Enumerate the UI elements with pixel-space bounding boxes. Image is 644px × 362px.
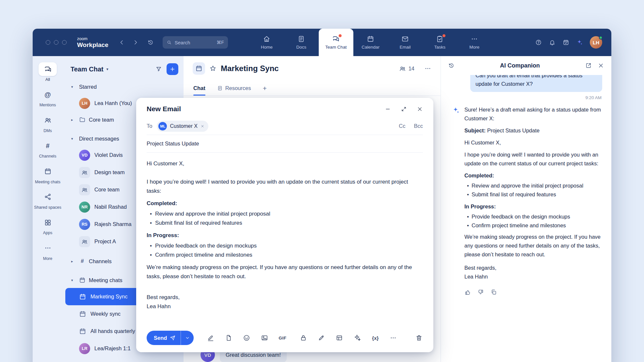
gif-button[interactable]: GIF	[279, 334, 286, 342]
rail-item-all[interactable]: All	[33, 59, 63, 85]
ai-compose-button[interactable]	[353, 334, 361, 342]
ai-response-text: Sure! Here’s a draft email asking for a …	[464, 105, 602, 284]
section-starred[interactable]: ▾ Starred	[65, 79, 181, 95]
body-intro: I hope you’re doing well! I wanted to pr…	[147, 177, 423, 196]
close-button[interactable]	[417, 106, 423, 112]
rail-item-shared-spaces[interactable]: Shared spaces	[33, 187, 63, 213]
nav-more[interactable]: More	[457, 29, 492, 56]
user-avatar[interactable]: LH	[590, 36, 602, 49]
bcc-button[interactable]: Bcc	[414, 123, 423, 129]
docs-icon	[298, 35, 305, 43]
rail-label: More	[43, 256, 52, 261]
at-icon: @	[39, 88, 57, 101]
nav-team-chat[interactable]: Team Chat	[319, 29, 353, 56]
calendar-icon	[367, 35, 374, 43]
rail-label: Mentions	[40, 103, 56, 107]
ai-companion-button[interactable]	[574, 37, 585, 48]
body-signature: Lea Hahn	[147, 302, 423, 311]
schedule-button[interactable]	[560, 37, 572, 48]
clock-history-icon	[147, 39, 154, 46]
filter-button[interactable]	[155, 66, 162, 72]
more-options-button[interactable]	[389, 334, 397, 342]
expand-button[interactable]	[401, 106, 407, 112]
ai-completed-heading: Completed:	[464, 171, 602, 180]
thumbs-down-button[interactable]	[477, 289, 484, 295]
add-tab-button[interactable]: +	[263, 84, 267, 92]
send-options-button[interactable]	[181, 331, 194, 345]
zoom-workplace-logo: zoom Workplace	[77, 37, 108, 48]
group-icon	[79, 167, 90, 178]
main-navigation: Home Docs Team Chat Calendar Email	[250, 29, 492, 56]
rail-item-more[interactable]: More	[33, 238, 63, 264]
conversation-history-button[interactable]	[448, 62, 455, 69]
remove-recipient-button[interactable]	[201, 124, 204, 128]
nav-label: More	[469, 45, 479, 50]
rail-item-channels[interactable]: # Channels	[33, 136, 63, 161]
nav-docs[interactable]: Docs	[284, 29, 319, 56]
back-button[interactable]	[116, 37, 127, 48]
emoji-button[interactable]	[243, 334, 250, 342]
open-in-new-button[interactable]	[585, 62, 592, 69]
chat-list-header: Team Chat ▾	[65, 56, 181, 79]
thumbs-up-button[interactable]	[464, 289, 471, 295]
ai-bullet: •Confirm project timeline and milestones	[464, 221, 602, 230]
avatar: LH	[79, 98, 90, 109]
bell-icon	[549, 39, 555, 46]
rail-label: Shared spaces	[34, 205, 61, 210]
nav-email[interactable]: Email	[388, 29, 423, 56]
cc-button[interactable]: Cc	[399, 123, 405, 129]
notifications-button[interactable]	[547, 37, 558, 48]
window-close-button[interactable]	[46, 40, 50, 45]
ai-bullet: •Submit final list of required features	[464, 190, 602, 199]
variables-button[interactable]: {x}	[371, 334, 379, 342]
chat-list-title-dropdown[interactable]: Team Chat ▾	[71, 66, 108, 73]
rail-item-dms[interactable]: DMs	[33, 111, 63, 136]
calendar-icon	[79, 328, 86, 335]
nav-tasks[interactable]: Tasks	[423, 29, 457, 56]
template-button[interactable]	[225, 334, 233, 342]
subject-field[interactable]: Project Status Update	[147, 135, 423, 153]
apps-grid-icon	[39, 216, 57, 229]
encrypt-button[interactable]	[299, 334, 307, 342]
discard-draft-button[interactable]	[415, 334, 423, 342]
recipient-chip[interactable]: ML Customer X	[157, 121, 208, 132]
history-button[interactable]	[145, 37, 156, 48]
search-input[interactable]: Search ⌘F	[163, 36, 228, 49]
calendar-check-icon	[563, 39, 569, 46]
body-bullet: •Provide feedback on the design mockups	[147, 241, 423, 250]
new-chat-button[interactable]	[167, 63, 178, 75]
chevron-down-icon: ▾	[71, 137, 76, 141]
nav-calendar[interactable]: Calendar	[353, 29, 388, 56]
hash-icon: #	[79, 258, 86, 264]
rail-item-meeting-chats[interactable]: Meeting chats	[33, 162, 63, 187]
rail-item-apps[interactable]: Apps	[33, 213, 63, 238]
send-button[interactable]: Send	[147, 331, 181, 345]
window-zoom-button[interactable]	[62, 40, 67, 45]
copy-button[interactable]	[491, 289, 497, 295]
paper-plane-icon	[170, 335, 175, 341]
star-button[interactable]	[209, 65, 217, 72]
rail-item-mentions[interactable]: @ Mentions	[33, 85, 63, 110]
tab-resources[interactable]: Resources	[217, 81, 251, 96]
edit-button[interactable]	[317, 334, 325, 342]
signature-button[interactable]	[207, 334, 215, 342]
rail-label: DMs	[43, 128, 52, 133]
window-minimize-button[interactable]	[54, 40, 58, 45]
share-nodes-icon	[39, 190, 57, 204]
close-panel-button[interactable]	[598, 62, 604, 69]
members-button[interactable]: 14	[399, 65, 414, 72]
ai-paragraph: I hope you’re doing well! I wanted to pr…	[464, 150, 602, 168]
rail-label: All	[45, 77, 50, 82]
forward-button[interactable]	[130, 37, 141, 48]
minimize-button[interactable]	[385, 106, 391, 112]
chat-more-button[interactable]	[424, 65, 431, 72]
tab-chat[interactable]: Chat	[193, 81, 205, 96]
chat-title: Marketing Sync	[221, 64, 279, 73]
help-button[interactable]	[533, 37, 544, 48]
image-button[interactable]	[261, 334, 268, 342]
layout-button[interactable]	[335, 334, 343, 342]
email-body-editor[interactable]: Hi Customer X, I hope you’re doing well!…	[136, 153, 433, 325]
nav-home[interactable]: Home	[250, 29, 284, 56]
notification-dot	[339, 34, 342, 37]
recipient-name: Customer X	[170, 123, 197, 129]
